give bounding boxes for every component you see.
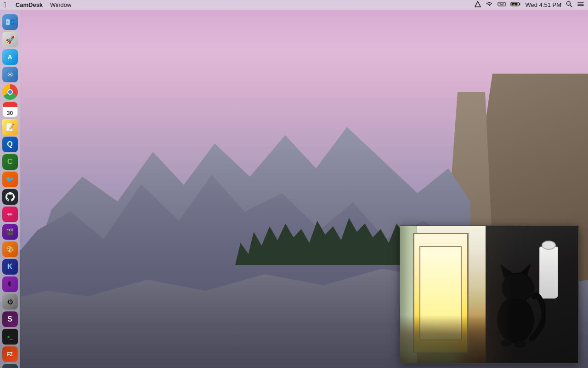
svg-marker-0 — [475, 1, 481, 7]
dock-item-finder[interactable] — [2, 14, 18, 30]
battery-icon[interactable]: ⚡ — [510, 1, 520, 9]
dock-item-klokki[interactable]: K — [2, 259, 18, 275]
dock-item-blender[interactable]: 🎨 — [2, 241, 18, 258]
dock-item-robinhoodie[interactable]: 🐦 — [2, 171, 18, 188]
dock-item-cashculator[interactable]: C — [2, 154, 18, 170]
dock-item-podcast-soundboard[interactable]: 🎙 — [2, 276, 18, 293]
svg-rect-1 — [498, 2, 505, 6]
keyboard-icon[interactable] — [498, 1, 506, 9]
menubar:  CamDesk Window — [0, 0, 588, 10]
dock-item-system-preferences[interactable]: ⚙ — [2, 293, 18, 310]
search-icon[interactable] — [566, 1, 572, 9]
app-name[interactable]: CamDesk — [16, 1, 43, 8]
dock-item-appstore[interactable]: A — [2, 49, 18, 65]
webcam-light-spill — [486, 226, 514, 363]
window-menu[interactable]: Window — [50, 1, 71, 8]
svg-text:⚡: ⚡ — [513, 3, 516, 6]
svg-point-19 — [11, 22, 13, 23]
webcam-right-panel — [486, 226, 578, 363]
svg-point-26 — [515, 340, 526, 348]
svg-point-18 — [7, 22, 8, 23]
dock-item-launchpad[interactable]: 🚀 — [2, 31, 18, 48]
dock-item-filezilla[interactable]: FZ — [2, 346, 18, 362]
dock-item-claquette[interactable]: 🎬 — [2, 224, 18, 240]
dock-item-mimestream[interactable]: ✉ — [2, 66, 18, 83]
svg-line-12 — [570, 5, 572, 7]
webcam-floor-pattern — [400, 308, 486, 363]
dock-item-resolution-changer[interactable]: 🖥 — [2, 363, 18, 368]
dock-item-github[interactable] — [2, 189, 18, 205]
apple-menu[interactable]:  — [4, 1, 6, 9]
webcam-window — [400, 225, 579, 363]
wifi-icon[interactable] — [486, 1, 493, 9]
dock-item-slack[interactable]: S — [2, 311, 18, 328]
dock-item-vectornator[interactable]: ✏ — [2, 206, 18, 223]
menubar-left:  CamDesk Window — [4, 1, 475, 9]
menubar-right: ⚡ Wed 4:51 PM — [475, 1, 584, 9]
dock-item-quicken[interactable]: Q — [2, 136, 18, 153]
dock-item-stickies[interactable]: 📝 — [2, 119, 18, 135]
notification-center-icon[interactable] — [577, 1, 584, 9]
dock-item-fantastical[interactable]: Dec 30 — [2, 101, 18, 118]
svg-rect-8 — [520, 3, 520, 5]
dock-item-chrome[interactable] — [2, 84, 18, 100]
drive-icon[interactable] — [475, 1, 481, 9]
dock-item-terminal[interactable]: >_ — [2, 328, 18, 345]
webcam-left-panel — [400, 226, 486, 363]
clock: Wed 4:51 PM — [525, 1, 561, 8]
dock: 🚀 A ✉ Dec 30 📝 Q C 🐦 — [0, 10, 20, 368]
